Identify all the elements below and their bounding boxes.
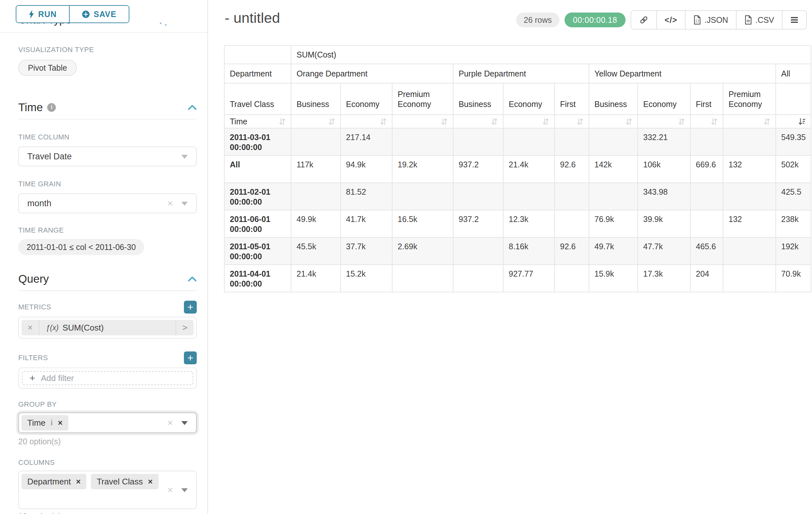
caret-down-icon [181, 155, 188, 159]
pivot-cell [503, 183, 554, 210]
pivot-cell: 16.5k [393, 210, 453, 237]
pivot-cell: 45.5k [291, 238, 340, 264]
pivot-sort-header[interactable] [341, 115, 392, 128]
chevron-up-icon[interactable] [188, 276, 197, 282]
metrics-label: METRICS [18, 303, 51, 311]
pivot-cell: 94.9k [341, 156, 392, 183]
remove-metric-icon[interactable]: × [22, 320, 39, 335]
pivot-cell: 343.98 [638, 183, 690, 210]
pivot-colgroup-header: Yellow Department [589, 64, 775, 83]
pivot-cell [691, 183, 723, 210]
pivot-cell: 132 [723, 210, 775, 237]
save-button-label: SAVE [94, 10, 116, 19]
columns-options-hint: 19 option(s) [18, 512, 197, 514]
run-button[interactable]: RUN [17, 6, 69, 23]
pivot-cell: 937.2 [454, 210, 503, 237]
pivot-sort-header[interactable] [776, 115, 811, 128]
time-column-select[interactable]: Travel Date [18, 146, 197, 166]
chevron-up-icon[interactable] [188, 105, 197, 110]
group-by-pill-time[interactable]: Time i × [22, 415, 68, 431]
query-section-header[interactable]: Query [18, 272, 197, 285]
metric-pill-label: SUM(Cost) [63, 323, 104, 333]
group-by-select[interactable]: Time i × × [18, 412, 197, 433]
time-range-label: TIME RANGE [18, 226, 197, 235]
x-icon[interactable]: × [167, 418, 173, 428]
x-icon[interactable]: × [58, 419, 63, 427]
pivot-cell: 15.2k [341, 265, 392, 292]
up-down-arrows-icon [678, 117, 685, 126]
fx-icon: ƒ(x) [46, 324, 59, 332]
add-filter-dropzone[interactable]: + Add filter [22, 371, 193, 385]
expand-metric-icon[interactable]: > [176, 320, 194, 335]
code-icon: </> [665, 16, 677, 25]
add-filter-label: Add filter [41, 373, 74, 383]
columns-select[interactable]: Department × Travel Class × × [18, 470, 197, 509]
pivot-cell: 76.9k [589, 210, 637, 237]
export-button-group: </> {} .JSON .CSV [631, 10, 807, 30]
pivot-cell [723, 238, 775, 264]
pivot-sort-header[interactable] [454, 115, 503, 128]
pivot-corner-cell [225, 46, 291, 63]
decorative-dot [165, 24, 167, 26]
info-circle-icon: i [47, 103, 56, 112]
pivot-cell: 21.4k [291, 265, 340, 292]
add-metric-button[interactable]: + [184, 301, 197, 314]
pivot-sort-header[interactable] [589, 115, 637, 128]
share-link-button[interactable] [631, 11, 656, 29]
x-icon[interactable]: × [148, 478, 153, 486]
up-down-arrows-icon [328, 117, 335, 126]
caret-down-icon [181, 202, 188, 206]
pivot-cell: 132 [723, 156, 775, 183]
x-icon[interactable]: × [76, 478, 81, 486]
visualization-type-pill[interactable]: Pivot Table [18, 60, 77, 76]
pivot-cell [393, 265, 453, 292]
embed-code-button[interactable]: </> [656, 11, 685, 29]
pivot-row-header: 2011-04-01 00:00:00 [225, 265, 291, 292]
pivot-sort-header[interactable] [723, 115, 775, 128]
pivot-cell [589, 183, 637, 210]
save-button[interactable]: SAVE [69, 6, 129, 23]
pivot-sort-header[interactable] [393, 115, 453, 128]
x-icon[interactable]: × [167, 198, 173, 208]
pivot-cell: 502k [776, 156, 811, 183]
more-options-button[interactable] [782, 11, 806, 29]
time-grain-select[interactable]: month × [18, 193, 197, 213]
pivot-sort-header[interactable] [638, 115, 690, 128]
plus-icon: + [30, 373, 35, 383]
pivot-cell [503, 129, 554, 155]
pivot-colgroup-header: Purple Department [454, 64, 589, 83]
pivot-cell: 92.6 [555, 156, 589, 183]
pivot-sort-header[interactable] [503, 115, 554, 128]
lightning-bolt-icon [29, 10, 34, 19]
columns-pill-travel-class[interactable]: Travel Class × [91, 474, 158, 489]
pivot-sort-header[interactable] [555, 115, 589, 128]
up-down-arrows-icon [763, 117, 770, 126]
pivot-sort-header[interactable] [691, 115, 723, 128]
time-range-pill[interactable]: 2011-01-01 ≤ col < 2011-06-30 [18, 239, 144, 255]
pivot-cell [393, 129, 453, 155]
group-by-options-hint: 20 option(s) [18, 437, 197, 446]
pivot-cell: 41.7k [341, 210, 392, 237]
metric-pill[interactable]: × ƒ(x) SUM(Cost) > [22, 320, 194, 335]
query-section-title: Query [18, 272, 49, 285]
menu-icon [790, 16, 799, 24]
chart-panel: - untitled 26 rows 00:00:00.18 </> {} .J… [208, 0, 812, 514]
pivot-cell [691, 210, 723, 237]
time-section-header[interactable]: Time i [18, 101, 197, 114]
time-column-value: Travel Date [27, 152, 72, 162]
columns-pill-department[interactable]: Department × [22, 474, 86, 489]
pivot-sort-header[interactable]: Time [225, 115, 291, 128]
x-icon[interactable]: × [167, 485, 173, 495]
pivot-cell [454, 129, 503, 155]
add-filter-button[interactable]: + [184, 351, 197, 364]
pivot-sort-header[interactable] [291, 115, 340, 128]
up-down-arrows-icon [279, 117, 286, 126]
export-json-button[interactable]: {} .JSON [685, 11, 736, 29]
caret-down-icon [181, 488, 188, 492]
pivot-cell [454, 183, 503, 210]
pivot-cell [555, 210, 589, 237]
pivot-cell: 927.77 [503, 265, 554, 292]
export-csv-button[interactable]: .CSV [736, 11, 782, 29]
up-down-arrows-icon [380, 117, 387, 126]
pivot-cell: 937.2 [454, 156, 503, 183]
